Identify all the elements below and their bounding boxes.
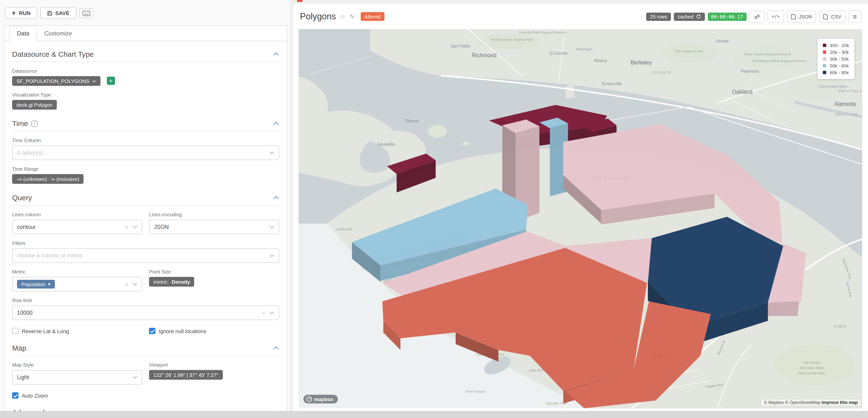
map-label: WEST END [835,112,858,116]
chevron-up-icon[interactable] [273,346,279,350]
chevron-up-icon[interactable] [273,122,279,125]
section-title: Time [12,119,28,128]
edit-pencil-icon[interactable]: ✎ [349,13,354,20]
legend-swatch [823,57,827,61]
map-label: FRUITVALE [839,89,862,93]
legend-item[interactable]: 20k - 30k [823,49,849,55]
auto-zoom-checkbox-row[interactable]: Auto Zoom [12,392,279,398]
legend-swatch [823,44,827,47]
chart-menu-button[interactable]: ≡ [848,10,861,23]
chevron-up-icon[interactable] [273,196,279,199]
section-time-header[interactable]: Timei [12,119,279,128]
chart-header: Polygons ☆ ✎ Altered 25 rows cached 00:0… [293,4,868,29]
legend-swatch [823,50,827,54]
viewport-pill[interactable]: 122° 26' 1.99" | 37° 45' 7.27" [149,370,223,380]
clear-icon[interactable]: × [125,224,129,230]
save-icon [47,10,53,16]
legend-swatch [823,64,827,67]
run-button[interactable]: RUN [5,7,37,19]
favorite-star-icon[interactable]: ☆ [340,13,345,20]
legend-swatch [823,71,827,74]
link-icon [754,13,760,20]
chevron-down-icon [270,151,274,154]
map-canvas[interactable]: San PabloRichmondEl CerritoKensingtonOri… [299,29,862,408]
chart-title: Polygons [300,11,336,22]
lines-encoding-select[interactable]: JSON [149,220,279,234]
export-json-button[interactable]: .JSON [787,10,816,23]
metric-label: Metric [12,269,142,275]
chevron-down-icon [132,283,137,286]
section-title: Map [12,344,26,352]
tab-customize[interactable]: Customize [37,26,79,41]
add-datasource-button[interactable]: + [106,77,115,85]
legend-item[interactable]: 50k - 60k [823,63,849,68]
keyboard-icon [83,10,90,16]
section-map-header[interactable]: Map [12,344,279,352]
auto-zoom-checkbox[interactable] [12,392,19,398]
control-panel-column: RUN SAVE Data Customize Datasource & Cha… [0,0,290,411]
mapbox-logo[interactable]: mapbox [303,395,338,404]
attribution-text[interactable]: © Mapbox © OpenStreetMap [764,400,820,405]
section-query-header[interactable]: Query [12,194,279,202]
hamburger-icon: ≡ [853,13,857,20]
row-limit-select[interactable]: 10000 × [12,306,279,320]
chevron-down-icon [132,376,137,379]
action-toolbar: RUN SAVE [5,7,94,19]
embed-code-button[interactable]: </> [768,10,784,23]
section-title: Datasource & Chart Type [12,50,94,58]
legend-label: 30k - 50k [830,56,849,62]
query-timer-badge: 00:00:00.17 [708,12,746,21]
map-label: Wildcat Canyon Regional Park [491,38,533,41]
map-label: Tiburon [405,118,419,124]
control-panel: Data Customize Datasource & Chart Type D… [4,25,287,418]
chevron-down-icon [270,225,274,229]
map-label: San Pablo [451,44,470,48]
metric-select[interactable]: Population × [12,277,142,291]
legend-item[interactable]: 60k - 80k [823,70,849,75]
legend-item[interactable]: 30k - 50k [823,56,849,62]
map-label: S Hill Dr [834,324,847,328]
point-size-pill[interactable]: metric:Density [149,277,194,287]
filters-select[interactable]: choose a column or metric [12,248,279,263]
metric-pill[interactable]: Population [17,280,55,288]
legend-item[interactable]: 400 - 20k [823,43,849,48]
refresh-icon[interactable] [696,14,701,19]
save-label: SAVE [55,10,69,16]
clear-icon[interactable]: × [125,281,129,287]
map-attribution: © Mapbox © OpenStreetMap Improve this ma… [762,399,860,406]
clear-icon[interactable]: × [262,310,266,316]
reverse-latlong-checkbox[interactable] [12,328,19,334]
time-column-select[interactable]: 0 option(s) [12,145,279,160]
horizontal-scrollbar[interactable] [0,411,868,418]
viewport-label: Viewport [149,362,279,368]
section-datasource-header[interactable]: Datasource & Chart Type [12,50,279,58]
viz-type-pill[interactable]: deck.gl Polygon [12,100,57,110]
time-range-pill[interactable]: -∞ (unknown) : ∞ (inclusive) [12,174,84,184]
cached-badge[interactable]: cached [674,12,705,21]
improve-map-link[interactable]: Improve this map [822,400,858,405]
map-label: Lands End [336,227,352,231]
chevron-up-icon[interactable] [273,53,279,56]
keyboard-shortcuts-button[interactable] [79,8,94,18]
reverse-latlong-checkbox-row[interactable]: Reverse Lat & Long [12,328,142,334]
section-query: Query Lines column contour × [12,194,279,334]
map-style-label: Map Style [12,362,142,368]
section-datasource: Datasource & Chart Type Datasource SF_PO… [12,50,279,110]
map-label: Orinda [716,39,729,44]
datasource-pill[interactable]: SF_POPULATION_POLYGONS [12,76,100,86]
lines-encoding-label: Lines encoding [149,212,279,217]
save-button[interactable]: SAVE [40,7,76,19]
share-link-button[interactable] [749,10,765,23]
ignore-null-checkbox[interactable] [149,328,155,334]
lines-column-select[interactable]: contour × [12,220,142,234]
map-label: Sausalito [377,142,395,147]
viz-type-label: Visualization Type [12,92,279,98]
tab-data[interactable]: Data [9,26,37,41]
export-csv-button[interactable]: .CSV [819,10,846,23]
chevron-down-icon [270,311,274,314]
section-title: Query [12,194,32,202]
map-style-select[interactable]: Light [12,370,142,385]
row-limit-label: Row limit [12,298,279,303]
ignore-null-checkbox-row[interactable]: Ignore null locations [149,328,279,334]
info-icon[interactable]: i [31,120,38,127]
